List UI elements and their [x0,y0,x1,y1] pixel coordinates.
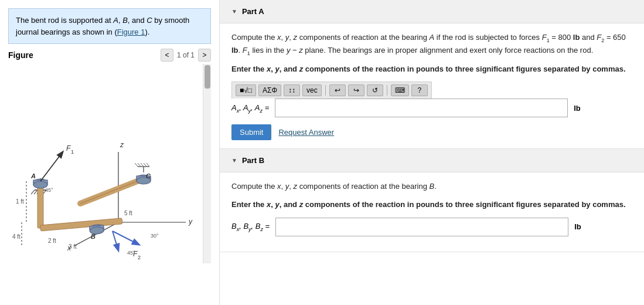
svg-rect-0 [10,64,209,263]
svg-text:45°: 45° [45,187,53,193]
part-a-answer-label: Ax, Ay, Az = [231,103,269,114]
part-b-instruction: Enter the x, y, and z components of the … [231,199,632,211]
svg-text:45°: 45° [127,250,135,256]
toolbar-undo-btn[interactable]: ↩ [329,84,346,96]
svg-text:5 ft: 5 ft [124,210,132,216]
part-a-answer-row: Ax, Ay, Az = lb [231,99,632,117]
part-b-section: ▼ Part B Compute the x, y, z components … [220,149,644,252]
figure-svg: y x z [8,64,211,263]
scroll-bar[interactable] [203,64,211,263]
part-a-content: Compute the x, y, z components of reacti… [220,23,644,148]
svg-text:1 ft: 1 ft [16,198,24,205]
part-b-description: Compute the x, y, z components of reacti… [231,181,632,193]
svg-text:2 ft: 2 ft [48,238,56,244]
svg-text:4 ft: 4 ft [12,233,21,240]
part-a-description: Compute the x, y, z components of reacti… [231,32,632,57]
part-a-submit-button[interactable]: Submit [231,124,271,140]
svg-text:y: y [188,218,193,226]
toolbar-alpha-btn[interactable]: AΣΦ [258,84,281,96]
part-b-arrow: ▼ [231,157,237,164]
next-button[interactable]: > [198,49,211,62]
problem-text: The bent rod is supported at A, B, and C… [16,16,189,36]
figure-title: Figure [8,50,33,60]
figure-area: Figure < 1 of 1 > y x z [0,44,219,305]
svg-text:30°: 30° [151,233,159,239]
part-b-answer-label: Bx, By, Bz = [231,222,270,232]
scroll-thumb [205,65,210,89]
svg-text:z: z [120,141,124,149]
toolbar-redo-btn[interactable]: ↪ [348,84,364,96]
toolbar-sqrt-btn[interactable]: ■√□ [236,84,256,96]
part-b-unit: lb [574,222,581,231]
toolbar-help-btn[interactable]: ? [411,84,428,96]
part-b-answer-row: Bx, By, Bz = lb [231,218,632,236]
right-panel: ▼ Part A Compute the x, y, z components … [220,0,644,305]
part-a-label: Part A [242,7,264,16]
math-toolbar: ■√□ AΣΦ ↕↕ vec ↩ ↪ ↺ ⌨ ? [231,82,432,99]
toolbar-keyboard-btn[interactable]: ⌨ [391,84,409,96]
toolbar-sep-1 [325,85,326,96]
figure-link[interactable]: Figure 1 [117,28,145,36]
part-a-header[interactable]: ▼ Part A [220,0,644,23]
part-a-section: ▼ Part A Compute the x, y, z components … [220,0,644,149]
toolbar-reset-btn[interactable]: ↺ [367,84,383,96]
svg-text:A: A [30,172,36,179]
part-a-request-link[interactable]: Request Answer [278,128,334,137]
svg-text:3 ft: 3 ft [69,243,77,250]
left-panel: The bent rod is supported at A, B, and C… [0,0,220,305]
prev-button[interactable]: < [161,49,173,62]
figure-image: y x z [8,64,211,263]
svg-text:1: 1 [71,149,74,155]
figure-header: Figure < 1 of 1 > [8,49,211,62]
toolbar-sep-2 [387,85,387,96]
part-a-action-row: Submit Request Answer [231,124,632,140]
part-b-content: Compute the x, y, z components of reacti… [220,172,644,251]
page-indicator: 1 of 1 [177,51,195,59]
part-a-answer-input[interactable] [275,99,568,117]
svg-text:2: 2 [138,255,141,260]
svg-text:F: F [66,144,71,152]
figure-nav: < 1 of 1 > [161,49,211,62]
part-a-instruction: Enter the x, y, and z components of the … [231,63,632,75]
part-b-answer-input[interactable] [275,218,568,236]
svg-text:B: B [91,233,96,240]
problem-statement: The bent rod is supported at A, B, and C… [8,8,211,44]
svg-text:C: C [146,172,151,179]
part-a-arrow: ▼ [231,8,237,15]
part-b-header[interactable]: ▼ Part B [220,149,644,172]
part-a-unit: lb [574,104,581,113]
part-b-label: Part B [242,156,264,165]
toolbar-vec-btn[interactable]: vec [302,84,322,96]
toolbar-arrows-btn[interactable]: ↕↕ [284,84,300,96]
